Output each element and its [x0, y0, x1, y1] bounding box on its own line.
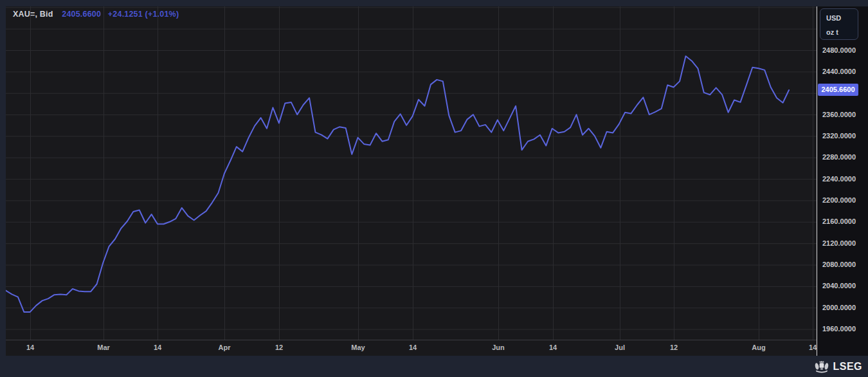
y-tick-label: 2080.0000: [822, 260, 856, 270]
y-tick-label: 2160.0000: [822, 217, 856, 226]
chart-title: XAU=, Bid 2405.6600 +24.1251 (+1.01%): [13, 10, 179, 19]
price-axis[interactable]: 2480.00002440.00002400.00002360.00002320…: [817, 6, 868, 356]
y-tick-label: 2040.0000: [822, 281, 856, 291]
x-tick-label: 12: [660, 343, 688, 353]
currency-label: USD: [826, 14, 841, 22]
bottom-bar: LSEG: [0, 356, 868, 377]
y-tick-label: 2320.0000: [822, 131, 856, 141]
x-tick-label: 14: [399, 343, 427, 353]
last-price-text: 2405.6600: [62, 10, 101, 19]
y-tick-label: 2480.0000: [822, 46, 856, 55]
y-tick-label: 2000.0000: [822, 303, 856, 313]
y-tick-label: 2240.0000: [822, 174, 856, 184]
lseg-branding: LSEG: [815, 359, 862, 374]
y-tick-label: 1960.0000: [822, 324, 856, 334]
chart-plot-area[interactable]: 14Mar14Apr12May14Jun14Jul12Aug14 XAU=, B…: [6, 6, 817, 356]
y-tick-label: 2120.0000: [822, 239, 856, 248]
lseg-crest-icon: [815, 360, 829, 373]
x-tick-label: Apr: [210, 343, 239, 353]
price-change-text: +24.1251 (+1.01%): [108, 10, 179, 19]
current-price-badge: 2405.6600: [818, 84, 858, 96]
y-tick-label: 2440.0000: [822, 67, 856, 77]
unit-label: oz t: [826, 28, 838, 36]
instrument-label: XAU=, Bid: [13, 10, 53, 19]
x-tick-label: Jun: [484, 343, 512, 353]
x-tick-label: 14: [539, 343, 567, 353]
currency-unit-box: USD oz t: [820, 8, 858, 40]
lseg-logo-text: LSEG: [833, 361, 862, 372]
x-tick-label: Mar: [89, 343, 118, 353]
gold-price-chart-app: { "header": { "instrument": "XAU=, Bid",…: [0, 0, 868, 377]
x-tick-label: 14: [16, 343, 44, 353]
x-tick-label: Jul: [606, 343, 634, 353]
y-tick-label: 2360.0000: [822, 110, 856, 120]
price-line-chart: [6, 6, 817, 356]
x-tick-label: 12: [265, 343, 293, 353]
y-tick-label: 2200.0000: [822, 196, 856, 205]
x-tick-label: Aug: [745, 343, 773, 353]
x-tick-label: 14: [143, 343, 172, 353]
x-tick-label: May: [344, 343, 372, 353]
x-tick-label: 14: [799, 343, 817, 353]
y-tick-label: 2280.0000: [822, 152, 856, 162]
